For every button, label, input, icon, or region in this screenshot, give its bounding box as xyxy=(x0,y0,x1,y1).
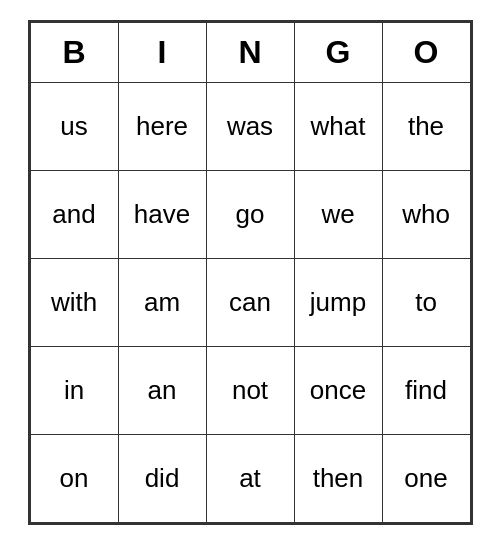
table-row: andhavegowewho xyxy=(30,170,470,258)
table-row: ondidatthenone xyxy=(30,434,470,522)
table-row: inannotoncefind xyxy=(30,346,470,434)
cell-r2-c3: jump xyxy=(294,258,382,346)
cell-r3-c2: not xyxy=(206,346,294,434)
cell-r2-c1: am xyxy=(118,258,206,346)
cell-r0-c0: us xyxy=(30,82,118,170)
cell-r4-c1: did xyxy=(118,434,206,522)
bingo-card: BINGO usherewaswhattheandhavegowewhowith… xyxy=(28,20,473,525)
header-cell-n: N xyxy=(206,22,294,82)
table-row: usherewaswhatthe xyxy=(30,82,470,170)
bingo-table: BINGO usherewaswhattheandhavegowewhowith… xyxy=(30,22,471,523)
cell-r0-c3: what xyxy=(294,82,382,170)
cell-r1-c4: who xyxy=(382,170,470,258)
cell-r1-c1: have xyxy=(118,170,206,258)
header-cell-g: G xyxy=(294,22,382,82)
cell-r2-c0: with xyxy=(30,258,118,346)
header-cell-o: O xyxy=(382,22,470,82)
header-cell-i: I xyxy=(118,22,206,82)
cell-r3-c0: in xyxy=(30,346,118,434)
cell-r2-c2: can xyxy=(206,258,294,346)
cell-r1-c3: we xyxy=(294,170,382,258)
cell-r1-c2: go xyxy=(206,170,294,258)
header-row: BINGO xyxy=(30,22,470,82)
table-row: withamcanjumpto xyxy=(30,258,470,346)
cell-r0-c1: here xyxy=(118,82,206,170)
cell-r4-c0: on xyxy=(30,434,118,522)
cell-r2-c4: to xyxy=(382,258,470,346)
cell-r0-c4: the xyxy=(382,82,470,170)
cell-r1-c0: and xyxy=(30,170,118,258)
cell-r0-c2: was xyxy=(206,82,294,170)
cell-r4-c3: then xyxy=(294,434,382,522)
cell-r3-c1: an xyxy=(118,346,206,434)
cell-r4-c2: at xyxy=(206,434,294,522)
cell-r4-c4: one xyxy=(382,434,470,522)
header-cell-b: B xyxy=(30,22,118,82)
cell-r3-c3: once xyxy=(294,346,382,434)
cell-r3-c4: find xyxy=(382,346,470,434)
